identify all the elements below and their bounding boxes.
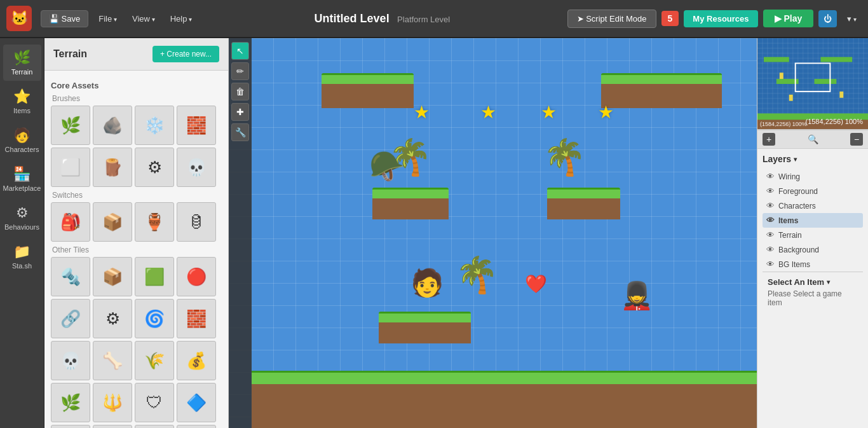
tile-switch4[interactable]: 🛢 <box>177 202 216 242</box>
properties-tool[interactable]: 🔧 <box>231 123 249 141</box>
eye-icon-terrain[interactable]: 👁 <box>766 230 775 240</box>
tile-other1[interactable]: 🔩 <box>51 257 90 296</box>
draw-tool[interactable]: ✏ <box>231 62 249 80</box>
layer-terrain[interactable]: 👁 Terrain <box>763 228 863 242</box>
tile-other12[interactable]: 💰 <box>177 341 216 380</box>
right-panel: (1584,2256) 100% + 🔍 − Layers ▾ 👁 Wiring… <box>757 38 868 428</box>
file-menu[interactable]: File <box>93 11 122 27</box>
script-edit-button[interactable]: ➤ Script Edit Mode <box>567 10 656 28</box>
tile-switch2[interactable]: 📦 <box>93 202 132 242</box>
eye-icon-background[interactable]: 👁 <box>766 245 775 254</box>
help-menu[interactable]: Help <box>165 11 198 27</box>
layers-header: Layers ▾ <box>763 154 863 164</box>
tile-rock[interactable]: 🪨 <box>93 106 132 145</box>
sidebar-item-stash[interactable]: 📁 Sta.sh <box>3 238 41 275</box>
other-tiles-label: Other Tiles <box>52 245 222 254</box>
stash-icon: 📁 <box>13 244 31 260</box>
select-tool[interactable]: ↖ <box>231 42 249 60</box>
notification-badge: 5 <box>661 11 679 26</box>
eye-icon-foreground[interactable]: 👁 <box>766 186 775 196</box>
zoom-out-button[interactable]: − <box>850 133 863 146</box>
tile-ice[interactable]: ❄️ <box>135 106 174 145</box>
tile-other14[interactable]: 🔱 <box>93 383 132 422</box>
tile-other19[interactable]: ⚡ <box>135 425 174 428</box>
layer-label-wiring: Wiring <box>778 172 859 181</box>
tile-other6[interactable]: ⚙ <box>93 299 132 338</box>
character-soldier-2: 💂 <box>620 280 653 311</box>
tile-other5[interactable]: 🔗 <box>51 299 90 338</box>
tile-other8[interactable]: 🧱 <box>177 299 216 338</box>
tile-other7[interactable]: 🌀 <box>135 299 174 338</box>
minimap-coords: (1584,2256) <box>805 118 843 125</box>
view-menu[interactable]: View <box>127 11 160 27</box>
tile-wood[interactable]: 🪵 <box>93 148 132 187</box>
canvas-area[interactable]: ↖ ✏ 🗑 ✚ 🔧 ★ ★ ★ ★ 🌴 🌴 <box>229 38 757 428</box>
layer-characters[interactable]: 👁 Characters <box>763 198 863 213</box>
layer-items[interactable]: 👁 Items <box>763 213 863 228</box>
minimap-zoom: 100% <box>845 118 863 125</box>
tile-dark[interactable]: ⬜ <box>51 148 90 187</box>
move-tool[interactable]: ✚ <box>231 103 249 121</box>
tile-switch3[interactable]: 🏺 <box>135 202 174 242</box>
tile-other18[interactable]: 🔮 <box>93 425 132 428</box>
eye-icon-characters[interactable]: 👁 <box>766 201 775 211</box>
more-menu[interactable]: ▾ <box>842 11 862 27</box>
sidebar-item-items[interactable]: ⭐ Items <box>3 83 41 120</box>
switches-grid: 🎒 📦 🏺 🛢 <box>51 202 222 242</box>
eye-icon-items[interactable]: 👁 <box>766 216 775 225</box>
select-item-placeholder: Please Select a game item <box>768 289 858 307</box>
tile-metal[interactable]: ⚙ <box>135 148 174 187</box>
game-canvas[interactable]: ★ ★ ★ ★ 🌴 🌴 🌴 🪖 🧑 💂 ❤️ <box>252 38 757 428</box>
star-1: ★ <box>414 102 430 123</box>
tile-brick[interactable]: 🧱 <box>177 106 216 145</box>
sidebar-item-marketplace[interactable]: 🏪 Marketplace <box>3 161 41 197</box>
tile-other3[interactable]: 🟩 <box>135 257 174 296</box>
tile-switch1[interactable]: 🎒 <box>51 202 90 242</box>
tile-other2[interactable]: 📦 <box>93 257 132 296</box>
tile-other15[interactable]: 🛡 <box>135 383 174 422</box>
switches-label: Switches <box>52 191 222 200</box>
sidebar-item-terrain[interactable]: 🌿 Terrain <box>3 45 41 81</box>
tile-other13[interactable]: 🌿 <box>51 383 90 422</box>
eye-icon-bgitems[interactable]: 👁 <box>766 259 775 269</box>
my-resources-button[interactable]: My Resources <box>684 10 757 27</box>
platform-mid-right <box>547 188 620 219</box>
layer-bgitems[interactable]: 👁 BG Items <box>763 257 863 272</box>
items-icon: ⭐ <box>13 88 31 105</box>
minimap: (1584,2256) 100% <box>757 38 868 130</box>
tile-other11[interactable]: 🌾 <box>135 341 174 380</box>
left-sidebar: 🌿 Terrain ⭐ Items 🧑 Characters 🏪 Marketp… <box>0 38 44 428</box>
sidebar-item-behaviours[interactable]: ⚙ Behaviours <box>3 200 41 236</box>
save-button[interactable]: 💾 Save <box>41 10 88 27</box>
layer-foreground[interactable]: 👁 Foreground <box>763 184 863 198</box>
tile-grass[interactable]: 🌿 <box>51 106 90 145</box>
create-new-button[interactable]: + Create new... <box>153 46 219 62</box>
level-title: Untitled Level <box>315 12 390 25</box>
star-2: ★ <box>480 102 496 123</box>
zoom-in-button[interactable]: + <box>763 133 775 146</box>
tile-other4[interactable]: 🔴 <box>177 257 216 296</box>
character-soldier-1: 🪖 <box>369 149 405 183</box>
sidebar-label-characters: Characters <box>5 146 39 153</box>
delete-tool[interactable]: 🗑 <box>231 83 249 100</box>
power-button[interactable]: ⏻ <box>818 10 837 27</box>
tile-skull[interactable]: 💀 <box>177 148 216 187</box>
heart-item: ❤️ <box>525 273 547 294</box>
tile-other16[interactable]: 🔷 <box>177 383 216 422</box>
layer-background[interactable]: 👁 Background <box>763 242 863 257</box>
app-logo: 🐱 <box>6 6 32 31</box>
select-item-panel: Select An Item ▾ Please Select a game it… <box>763 272 863 312</box>
tile-other10[interactable]: 🦴 <box>93 341 132 380</box>
play-button[interactable]: ▶ Play <box>763 10 814 27</box>
terrain-icon: 🌿 <box>13 50 31 66</box>
other-tiles-grid: 🔩 📦 🟩 🔴 🔗 ⚙ 🌀 🧱 💀 🦴 🌾 💰 🌿 🔱 🛡 🔷 🌊 🔮 ⚡ <box>51 257 222 428</box>
layers-title: Layers <box>763 154 791 164</box>
layer-label-characters: Characters <box>778 202 859 211</box>
asset-panel-body: Core Assets Brushes 🌿 🪨 ❄️ 🧱 ⬜ 🪵 ⚙ 💀 Swi… <box>44 71 228 428</box>
layer-wiring[interactable]: 👁 Wiring <box>763 169 863 184</box>
tile-other9[interactable]: 💀 <box>51 341 90 380</box>
eye-icon-wiring[interactable]: 👁 <box>766 172 775 181</box>
tile-other20[interactable]: 🏔 <box>177 425 216 428</box>
sidebar-item-characters[interactable]: 🧑 Characters <box>3 122 41 158</box>
tile-other17[interactable]: 🌊 <box>51 425 90 428</box>
